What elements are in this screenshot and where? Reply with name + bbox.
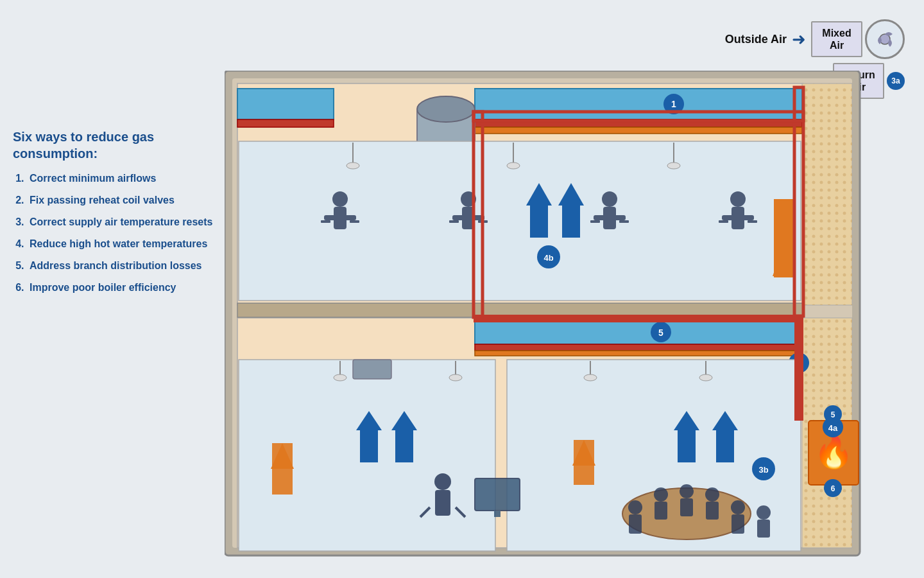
svg-rect-11 [475, 89, 802, 119]
svg-rect-65 [272, 443, 293, 495]
svg-text:🔥: 🔥 [814, 432, 854, 471]
svg-point-39 [602, 191, 617, 207]
svg-point-87 [434, 473, 451, 490]
svg-text:5: 5 [658, 328, 663, 338]
tip-3: Correct supply air temperature resets [27, 215, 218, 230]
svg-rect-6 [802, 83, 852, 305]
svg-rect-57 [475, 351, 802, 356]
svg-text:5: 5 [831, 410, 835, 419]
svg-point-82 [449, 374, 462, 381]
svg-rect-70 [353, 360, 391, 379]
svg-text:1: 1 [671, 99, 676, 109]
svg-rect-56 [475, 344, 802, 351]
svg-rect-92 [494, 511, 501, 517]
left-panel: Six ways to reduce gas consumption: Corr… [13, 128, 218, 302]
svg-rect-26 [562, 206, 580, 238]
svg-point-54 [667, 162, 680, 169]
building-diagram: 1 4b [225, 71, 879, 565]
svg-rect-32 [321, 220, 330, 223]
fan-symbol [865, 19, 905, 59]
svg-rect-41 [594, 215, 626, 220]
svg-text:6: 6 [831, 484, 835, 493]
svg-point-44 [730, 191, 746, 207]
tip-2: Fix passing reheat coil valves [27, 193, 218, 208]
svg-rect-74 [678, 430, 696, 462]
svg-rect-105 [757, 520, 770, 538]
svg-rect-13 [475, 127, 802, 134]
outside-air-arrow: ➜ [792, 30, 806, 49]
svg-rect-47 [719, 220, 728, 223]
svg-point-94 [628, 500, 642, 514]
svg-rect-95 [629, 514, 642, 534]
svg-rect-14 [237, 89, 334, 119]
svg-text:4b: 4b [543, 253, 553, 263]
mixed-air-box: Mixed Air [811, 21, 862, 57]
svg-point-84 [584, 374, 597, 381]
svg-point-86 [699, 374, 712, 381]
svg-rect-69 [395, 430, 413, 462]
svg-point-80 [334, 374, 346, 381]
tip-6: Improve poor boiler efficiency [27, 280, 218, 295]
svg-point-50 [346, 162, 359, 169]
svg-rect-43 [619, 220, 629, 223]
svg-rect-117 [474, 315, 803, 322]
tip-1: Correct minimum airflows [27, 171, 218, 186]
svg-text:4a: 4a [828, 423, 838, 433]
svg-rect-31 [324, 215, 356, 220]
svg-rect-33 [350, 220, 359, 223]
mixed-air-label: Mixed Air [815, 27, 859, 51]
diagram-area: Outside Air ➜ Mixed Air Exhaust/Relief A… [225, 19, 905, 559]
svg-point-29 [332, 191, 348, 207]
svg-rect-46 [722, 215, 754, 220]
svg-rect-91 [475, 478, 520, 511]
tips-list: Correct minimum airflows Fix passing reh… [13, 171, 218, 295]
svg-rect-88 [435, 490, 450, 516]
svg-point-104 [757, 505, 771, 520]
svg-rect-15 [237, 119, 334, 127]
outside-air-row: Outside Air ➜ Mixed Air [661, 19, 905, 59]
svg-rect-76 [716, 430, 734, 462]
svg-point-52 [507, 162, 520, 169]
svg-text:3b: 3b [758, 465, 768, 475]
svg-point-17 [417, 96, 475, 122]
svg-rect-103 [732, 514, 744, 534]
svg-rect-37 [449, 220, 459, 223]
svg-rect-55 [475, 320, 802, 344]
svg-point-98 [680, 484, 694, 498]
tip-5: Address branch distribution losses [27, 258, 218, 274]
svg-rect-22 [774, 199, 794, 277]
svg-rect-42 [590, 220, 600, 223]
svg-point-100 [705, 487, 719, 502]
panel-title: Six ways to reduce gas consumption: [13, 128, 218, 162]
svg-point-102 [731, 500, 745, 514]
svg-rect-97 [654, 502, 667, 520]
svg-rect-36 [452, 215, 484, 220]
svg-rect-67 [360, 430, 378, 462]
svg-point-96 [654, 487, 668, 502]
svg-rect-101 [706, 502, 719, 520]
svg-rect-48 [748, 220, 757, 223]
svg-rect-24 [530, 206, 548, 238]
svg-rect-72 [574, 440, 594, 485]
tip-4: Reduce high hot water temperatures [27, 236, 218, 252]
outside-air-label: Outside Air [725, 33, 787, 46]
badge-3a: 3a [887, 72, 905, 90]
svg-rect-99 [680, 498, 693, 516]
svg-rect-118 [794, 315, 803, 421]
